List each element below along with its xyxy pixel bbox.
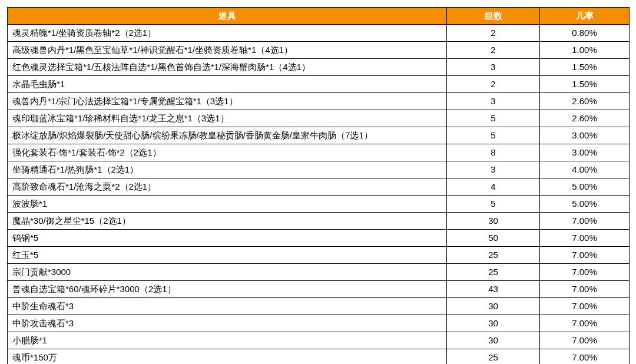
- cell-count: 3: [447, 93, 540, 110]
- cell-item: 红玉*5: [8, 247, 447, 264]
- cell-count: 30: [447, 332, 540, 349]
- table-header-row: 道具 组数 几率: [8, 8, 630, 25]
- cell-item: 魂印珈蓝冰宝箱*1/珍稀材料自选*1/龙王之息*1（3选1）: [8, 110, 447, 127]
- cell-count: 25: [447, 247, 540, 264]
- table-row: 强化套装石·饰*1/套装石·饰*2（2选1）83.00%: [8, 144, 630, 161]
- cell-count: 50: [447, 230, 540, 247]
- cell-item: 中阶攻击魂石*3: [8, 315, 447, 332]
- table-row: 高级魂兽内丹*1/黑色至宝仙草*1/神识觉醒石*1/坐骑资质卷轴*1（4选1）2…: [8, 42, 630, 59]
- table-row: 小腊肠*1307.00%: [8, 332, 630, 349]
- cell-count: 30: [447, 213, 540, 230]
- table-row: 魔晶*30/御之星尘*15（2选1）307.00%: [8, 213, 630, 230]
- cell-item: 水晶毛虫肠*1: [8, 76, 447, 93]
- cell-rate: 5.00%: [540, 196, 630, 213]
- cell-rate: 5.00%: [540, 178, 630, 196]
- cell-rate: 4.00%: [540, 161, 630, 178]
- cell-count: 25: [447, 264, 540, 281]
- col-header-count: 组数: [447, 8, 540, 25]
- cell-item: 红色魂灵选择宝箱*1/五核法阵自选*1/黑色首饰自选*1/深海蟹肉肠*1（4选1…: [8, 59, 447, 76]
- table-row: 红玉*5257.00%: [8, 247, 630, 264]
- cell-item: 魔晶*30/御之星尘*15（2选1）: [8, 213, 447, 230]
- table-row: 波波肠*155.00%: [8, 196, 630, 213]
- cell-rate: 7.00%: [540, 230, 630, 247]
- cell-rate: 7.00%: [540, 213, 630, 230]
- cell-count: 4: [447, 178, 540, 196]
- cell-rate: 1.00%: [540, 42, 630, 59]
- table-row: 水晶毛虫肠*121.50%: [8, 76, 630, 93]
- table-row: 魂印珈蓝冰宝箱*1/珍稀材料自选*1/龙王之息*1（3选1）52.60%: [8, 110, 630, 127]
- cell-item: 魂币*150万: [8, 349, 447, 365]
- table-row: 宗门贡献*3000257.00%: [8, 264, 630, 281]
- table-row: 红色魂灵选择宝箱*1/五核法阵自选*1/黑色首饰自选*1/深海蟹肉肠*1（4选1…: [8, 59, 630, 76]
- table-row: 魂兽内丹*1/宗门心法选择宝箱*1/专属觉醒宝箱*1（3选1）32.60%: [8, 93, 630, 110]
- table-row: 坐骑精通石*1/热狗肠*1（2选1）34.00%: [8, 161, 630, 178]
- table-row: 魂灵精魄*1/坐骑资质卷轴*2（2选1）20.80%: [8, 25, 630, 42]
- cell-count: 5: [447, 196, 540, 213]
- cell-count: 2: [447, 25, 540, 42]
- table-row: 高阶致命魂石*1/沧海之粟*2（2选1）45.00%: [8, 178, 630, 196]
- cell-item: 钨钢*5: [8, 230, 447, 247]
- cell-item: 高级魂兽内丹*1/黑色至宝仙草*1/神识觉醒石*1/坐骑资质卷轴*1（4选1）: [8, 42, 447, 59]
- cell-count: 5: [447, 110, 540, 127]
- cell-item: 波波肠*1: [8, 196, 447, 213]
- cell-rate: 7.00%: [540, 332, 630, 349]
- cell-rate: 7.00%: [540, 247, 630, 264]
- cell-rate: 3.00%: [540, 144, 630, 161]
- cell-rate: 7.00%: [540, 264, 630, 281]
- cell-rate: 1.50%: [540, 76, 630, 93]
- cell-count: 3: [447, 161, 540, 178]
- cell-count: 8: [447, 144, 540, 161]
- table-row: 魂币*150万257.00%: [8, 349, 630, 365]
- cell-count: 43: [447, 281, 540, 298]
- cell-item: 魂灵精魄*1/坐骑资质卷轴*2（2选1）: [8, 25, 447, 42]
- cell-item: 小腊肠*1: [8, 332, 447, 349]
- cell-rate: 7.00%: [540, 281, 630, 298]
- cell-rate: 7.00%: [540, 315, 630, 332]
- cell-item: 高阶致命魂石*1/沧海之粟*2（2选1）: [8, 178, 447, 196]
- col-header-rate: 几率: [540, 8, 630, 25]
- cell-rate: 2.60%: [540, 93, 630, 110]
- table-row: 兽魂自选宝箱*60/魂环碎片*3000（2选1）437.00%: [8, 281, 630, 298]
- cell-count: 2: [447, 42, 540, 59]
- cell-item: 宗门贡献*3000: [8, 264, 447, 281]
- cell-rate: 1.50%: [540, 59, 630, 76]
- table-row: 中阶攻击魂石*3307.00%: [8, 315, 630, 332]
- cell-count: 3: [447, 59, 540, 76]
- cell-rate: 7.00%: [540, 298, 630, 315]
- cell-rate: 7.00%: [540, 349, 630, 365]
- cell-count: 30: [447, 315, 540, 332]
- cell-rate: 3.00%: [540, 127, 630, 144]
- table-row: 中阶生命魂石*3307.00%: [8, 298, 630, 315]
- table-row: 钨钢*5507.00%: [8, 230, 630, 247]
- table-row: 极冰绽放肠/炽焰爆裂肠/天使甜心肠/缤纷果冻肠/教皇秘贡肠/香肠黄金肠/皇家牛肉…: [8, 127, 630, 144]
- cell-rate: 0.80%: [540, 25, 630, 42]
- cell-item: 兽魂自选宝箱*60/魂环碎片*3000（2选1）: [8, 281, 447, 298]
- cell-rate: 2.60%: [540, 110, 630, 127]
- cell-count: 30: [447, 298, 540, 315]
- cell-count: 25: [447, 349, 540, 365]
- cell-item: 中阶生命魂石*3: [8, 298, 447, 315]
- cell-count: 5: [447, 127, 540, 144]
- drop-rate-table: 道具 组数 几率 魂灵精魄*1/坐骑资质卷轴*2（2选1）20.80%高级魂兽内…: [7, 7, 630, 364]
- cell-item: 强化套装石·饰*1/套装石·饰*2（2选1）: [8, 144, 447, 161]
- cell-count: 2: [447, 76, 540, 93]
- col-header-item: 道具: [8, 8, 447, 25]
- cell-item: 极冰绽放肠/炽焰爆裂肠/天使甜心肠/缤纷果冻肠/教皇秘贡肠/香肠黄金肠/皇家牛肉…: [8, 127, 447, 144]
- cell-item: 坐骑精通石*1/热狗肠*1（2选1）: [8, 161, 447, 178]
- cell-item: 魂兽内丹*1/宗门心法选择宝箱*1/专属觉醒宝箱*1（3选1）: [8, 93, 447, 110]
